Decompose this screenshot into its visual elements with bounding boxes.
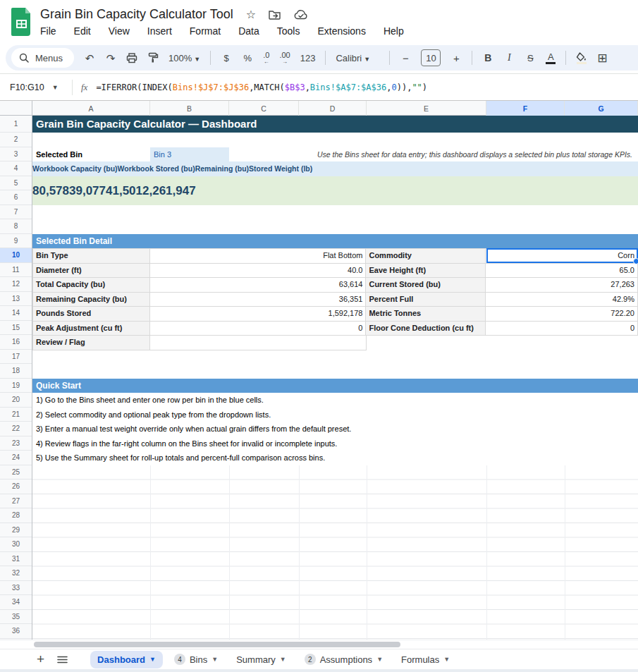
column-header[interactable]: B (150, 101, 229, 116)
italic-button[interactable]: I (503, 52, 515, 63)
bold-button[interactable]: B (482, 52, 493, 63)
redo-button[interactable]: ↷ (105, 53, 116, 63)
cell-selected-bin-label[interactable]: Selected Bin (36, 147, 82, 162)
kpi-value-cell[interactable]: 2,261,947 (142, 176, 196, 205)
row-header[interactable]: 5 (0, 176, 32, 191)
detail-value-cell[interactable]: 1,592,178 (150, 307, 367, 322)
detail-value-cell[interactable]: 36,351 (150, 293, 367, 307)
row-header[interactable]: 16 (0, 335, 32, 350)
cell-selected-bin-detail-banner[interactable]: Selected Bin Detail (32, 234, 638, 249)
increase-font-size-button[interactable]: + (450, 53, 462, 63)
sheet-tab[interactable]: Formulas ▼ (394, 651, 457, 668)
row-header[interactable]: 12 (0, 277, 32, 292)
formula-input[interactable]: =IFERROR(INDEX(Bins!$J$7:$J$36,MATCH($B$… (96, 83, 427, 92)
row-header[interactable]: 31 (0, 552, 32, 567)
chevron-down-icon[interactable]: ▼ (443, 656, 450, 663)
cloud-saved-icon[interactable] (294, 10, 308, 20)
column-header[interactable]: C (229, 101, 299, 116)
row-header[interactable]: 32 (0, 566, 32, 581)
kpi-value-cell[interactable]: 39,077 (69, 176, 106, 205)
chevron-down-icon[interactable]: ▼ (211, 656, 218, 663)
name-box[interactable]: F10:G10 ▼ (0, 83, 72, 92)
menu-item[interactable]: Extensions (317, 25, 365, 37)
menu-item[interactable]: File (40, 25, 56, 37)
text-color-button[interactable]: A (546, 52, 556, 64)
font-family-select[interactable]: Calibri▼ (336, 53, 379, 63)
detail-label-cell[interactable]: Metric Tonnes (366, 307, 486, 322)
font-size-input[interactable]: 10 (421, 49, 441, 66)
row-header[interactable]: 8 (0, 219, 32, 234)
borders-button[interactable]: ⊞ (596, 51, 608, 66)
row-header[interactable]: 20 (0, 393, 32, 408)
print-button[interactable] (126, 53, 137, 63)
undo-button[interactable]: ↶ (84, 53, 95, 63)
select-all-corner[interactable] (0, 101, 32, 115)
kpi-header-cell[interactable]: Stored Weight (lb) (249, 161, 312, 176)
zoom-control[interactable]: 100%▼ (168, 53, 200, 63)
kpi-header-cell[interactable]: Remaining (bu) (195, 161, 249, 176)
row-header[interactable]: 28 (0, 508, 32, 523)
strikethrough-button[interactable]: S (524, 53, 536, 63)
detail-label-cell[interactable]: Eave Height (ft) (366, 264, 486, 279)
row-header[interactable]: 27 (0, 494, 32, 509)
cell-selected-bin-value[interactable]: Bin 3 (150, 147, 229, 162)
kpi-header-cell[interactable]: Workbook Capacity (bu) (32, 161, 118, 176)
detail-label-cell[interactable]: Total Capacity (bu) (33, 278, 150, 293)
quick-start-step-cell[interactable]: 4) Review flags in the far-right column … (32, 436, 638, 451)
currency-format-button[interactable]: $ (221, 53, 232, 63)
row-header[interactable]: 18 (0, 364, 32, 379)
all-sheets-menu-button[interactable] (57, 656, 68, 664)
cell-dashboard-title[interactable]: Grain Bin Capacity Calculator — Dashboar… (32, 116, 638, 133)
quick-start-step-cell[interactable]: 1) Go to the Bins sheet and enter one ro… (32, 393, 638, 408)
row-header[interactable]: 6 (0, 190, 32, 205)
detail-label-cell[interactable]: Remaining Capacity (bu) (33, 293, 150, 307)
increase-decimal-button[interactable]: .00 → (279, 51, 290, 65)
sheet-tab[interactable]: Summary ▼ (229, 651, 293, 668)
detail-value-cell[interactable]: 63,614 (150, 278, 367, 293)
menu-item[interactable]: Edit (74, 25, 91, 37)
row-header[interactable]: 15 (0, 321, 32, 336)
paint-format-button[interactable] (147, 52, 159, 63)
detail-label-cell[interactable]: Current Stored (bu) (366, 278, 486, 293)
sheet-tab[interactable]: 4 Bins ▼ (167, 651, 225, 668)
sheet-tab[interactable]: 2 Assumptions ▼ (297, 651, 390, 668)
detail-value-cell[interactable]: 722.20 (486, 307, 638, 322)
row-header[interactable]: 11 (0, 263, 32, 278)
detail-value-cell[interactable]: 65.0 (486, 264, 638, 279)
row-header[interactable]: 30 (0, 537, 32, 552)
sheets-logo-icon[interactable] (11, 8, 32, 36)
column-header[interactable]: E (367, 101, 486, 116)
fill-color-button[interactable] (576, 52, 587, 64)
detail-value-cell[interactable]: Corn (486, 249, 638, 264)
detail-value-cell[interactable]: 27,263 (486, 278, 638, 293)
row-header[interactable]: 29 (0, 523, 32, 538)
row-header[interactable]: 33 (0, 581, 32, 596)
chevron-down-icon[interactable]: ▼ (280, 656, 286, 663)
menu-item[interactable]: Insert (147, 25, 172, 37)
number-format-button[interactable]: 123 (300, 53, 316, 63)
detail-value-cell[interactable]: Flat Bottom (150, 249, 367, 264)
detail-label-cell[interactable]: Floor Cone Deduction (cu ft) (366, 322, 486, 336)
detail-label-cell[interactable]: Bin Type (33, 249, 150, 264)
add-sheet-button[interactable]: + (37, 652, 44, 667)
row-header[interactable]: 22 (0, 422, 32, 436)
menu-item[interactable]: Format (190, 25, 221, 37)
row-header[interactable]: 26 (0, 479, 32, 494)
menu-item[interactable]: Help (384, 25, 404, 37)
kpi-value-cell[interactable]: 41,501 (106, 176, 142, 205)
detail-label-cell[interactable]: Review / Flag (33, 336, 150, 350)
kpi-header-cell[interactable]: Workbook Stored (bu) (118, 161, 195, 176)
detail-label-cell[interactable]: Commodity (366, 249, 486, 264)
row-header[interactable]: 19 (0, 379, 32, 393)
menu-item[interactable]: View (109, 25, 130, 37)
quick-start-step-cell[interactable]: 3) Enter a manual test weight override o… (32, 422, 638, 436)
row-header[interactable]: 13 (0, 292, 32, 307)
detail-value-cell[interactable]: 0 (486, 322, 638, 336)
column-header[interactable]: G (565, 101, 638, 116)
column-header[interactable]: A (32, 101, 150, 116)
percent-format-button[interactable]: % (242, 53, 253, 63)
detail-value-cell[interactable]: 42.9% (486, 293, 638, 307)
row-header[interactable]: 24 (0, 451, 32, 465)
star-icon[interactable]: ☆ (246, 9, 256, 20)
cell-quick-start-banner[interactable]: Quick Start (32, 379, 638, 393)
